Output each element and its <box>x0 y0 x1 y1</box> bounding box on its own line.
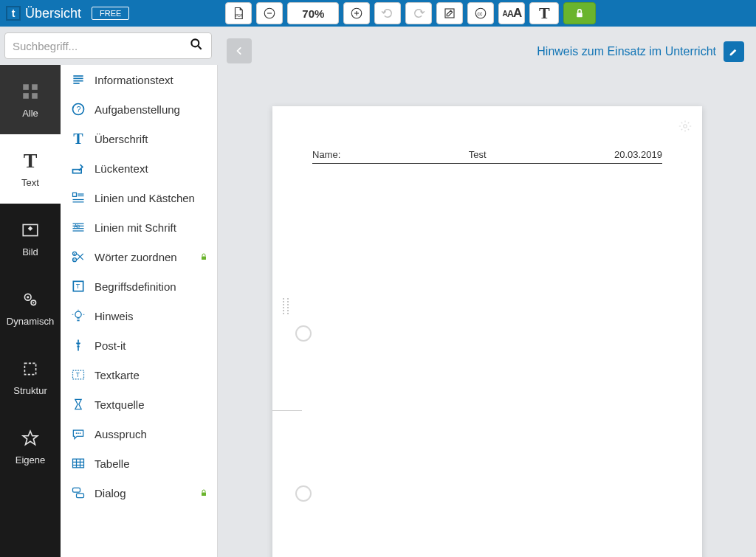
app-title: Übersicht <box>25 6 81 21</box>
module-linien-kaestchen[interactable]: Linien und Kästchen <box>61 183 217 212</box>
svg-point-58 <box>76 432 78 434</box>
module-woerter-zuordnen[interactable]: AB Wörter zuordnen <box>61 242 217 271</box>
redo-button[interactable] <box>405 2 432 24</box>
hint-row: Hinweis zum Einsatz im Unterricht <box>537 41 744 62</box>
module-list: Informationstext ? Aufgabenstellung T Üb… <box>61 65 218 557</box>
svg-rect-21 <box>24 363 35 374</box>
page-settings-button[interactable] <box>678 120 692 136</box>
svg-point-20 <box>32 302 34 303</box>
drop-target[interactable] <box>295 485 312 502</box>
module-dialog[interactable]: Dialog <box>61 478 217 508</box>
svg-rect-67 <box>77 494 84 498</box>
search-icon[interactable] <box>189 37 204 55</box>
lock-icon <box>199 251 208 263</box>
lock-icon <box>573 7 586 20</box>
usage-hint-link[interactable]: Hinweis zum Einsatz im Unterricht <box>537 45 716 58</box>
module-aufgabenstellung[interactable]: ? Aufgabenstellung <box>61 94 217 124</box>
category-own[interactable]: Eigene <box>0 412 61 481</box>
drop-target[interactable] <box>295 325 312 342</box>
module-label: Textquelle <box>94 398 145 411</box>
module-begriffsdefinition[interactable]: T Begriffsdefinition <box>61 271 217 301</box>
svg-point-10 <box>191 39 199 46</box>
typography-button[interactable]: T <box>529 2 559 24</box>
doc-center-text: Test <box>469 149 487 160</box>
svg-rect-45 <box>202 256 206 260</box>
module-linien-schrift[interactable]: Ab Linien mit Schrift <box>61 212 217 242</box>
edit-button[interactable] <box>436 2 463 24</box>
svg-rect-61 <box>73 459 84 468</box>
module-textkarte[interactable]: T Textkarte <box>61 360 217 390</box>
module-label: Textkarte <box>94 369 140 381</box>
logo[interactable]: t Übersicht FREE <box>6 6 129 21</box>
svg-rect-15 <box>32 93 38 99</box>
lines-boxes-icon <box>71 190 86 205</box>
category-dynamic[interactable]: Dynamisch <box>0 273 61 342</box>
drag-handle[interactable] <box>283 298 289 314</box>
star-icon <box>20 428 41 449</box>
redo-icon <box>412 7 425 20</box>
heading-icon: T <box>71 131 86 146</box>
module-label: Ausspruch <box>94 428 147 440</box>
module-ausspruch[interactable]: Ausspruch <box>61 419 217 449</box>
top-bar: t Übersicht FREE PDF 70% cc AAA T <box>0 0 756 27</box>
module-hinweis[interactable]: Hinweis <box>61 301 217 331</box>
document-page[interactable]: Name: Test 20.03.2019 <box>272 106 702 557</box>
module-textquelle[interactable]: Textquelle <box>61 390 217 419</box>
font-size-button[interactable]: AAA <box>498 2 525 24</box>
free-badge: FREE <box>92 7 129 20</box>
edit-hint-button[interactable] <box>724 41 744 62</box>
svg-line-11 <box>199 46 202 49</box>
question-icon: ? <box>71 102 86 117</box>
minus-circle-icon <box>263 7 276 20</box>
svg-rect-12 <box>23 84 29 90</box>
lines-text-icon: Ab <box>71 220 86 235</box>
svg-point-19 <box>27 296 29 298</box>
svg-rect-9 <box>577 13 583 17</box>
module-label: Hinweis <box>94 310 134 322</box>
zoom-out-button[interactable] <box>256 2 283 24</box>
svg-text:B: B <box>73 258 75 262</box>
postit-icon <box>71 338 86 353</box>
undo-button[interactable] <box>374 2 401 24</box>
document-header: Name: Test 20.03.2019 <box>312 149 662 164</box>
gap-text-icon <box>71 161 86 176</box>
pdf-icon: PDF <box>232 7 245 20</box>
svg-point-48 <box>75 311 81 317</box>
category-image[interactable]: Bild <box>0 204 61 273</box>
module-tabelle[interactable]: Tabelle <box>61 449 217 478</box>
text-icon: T <box>20 151 41 171</box>
module-informationstext[interactable]: Informationstext <box>61 65 217 94</box>
search-box[interactable] <box>4 32 212 59</box>
module-lueckentext[interactable]: Lückentext <box>61 153 217 183</box>
dialog-icon <box>71 485 86 500</box>
doc-name-label: Name: <box>312 149 340 160</box>
svg-text:T: T <box>76 283 80 290</box>
license-button[interactable]: cc <box>467 2 494 24</box>
pdf-button[interactable]: PDF <box>225 2 252 24</box>
undo-icon <box>381 7 394 20</box>
category-text[interactable]: T Text <box>0 134 61 204</box>
gear-icon <box>678 120 692 133</box>
module-label: Linien und Kästchen <box>94 192 195 204</box>
logo-icon: t <box>6 6 21 21</box>
search-input[interactable] <box>13 40 189 52</box>
gears-icon <box>20 289 41 310</box>
module-label: Überschrift <box>94 133 148 145</box>
main-canvas: Hinweis zum Einsatz im Unterricht Name: … <box>218 27 756 557</box>
category-structure[interactable]: Struktur <box>0 342 61 412</box>
svg-point-59 <box>78 432 79 434</box>
svg-rect-29 <box>73 193 77 196</box>
category-all[interactable]: Alle <box>0 65 61 134</box>
svg-text:A: A <box>73 252 75 256</box>
svg-rect-14 <box>23 93 29 99</box>
zoom-level[interactable]: 70% <box>287 2 339 24</box>
module-label: Lückentext <box>94 162 148 175</box>
zoom-in-button[interactable] <box>343 2 370 24</box>
module-postit[interactable]: Post-it <box>61 331 217 360</box>
svg-rect-66 <box>73 488 80 492</box>
collapse-sidebar-button[interactable] <box>227 38 252 63</box>
module-ueberschrift[interactable]: T Überschrift <box>61 124 217 153</box>
lock-button[interactable] <box>563 2 596 24</box>
section-divider <box>272 410 302 411</box>
module-label: Begriffsdefinition <box>94 280 176 293</box>
